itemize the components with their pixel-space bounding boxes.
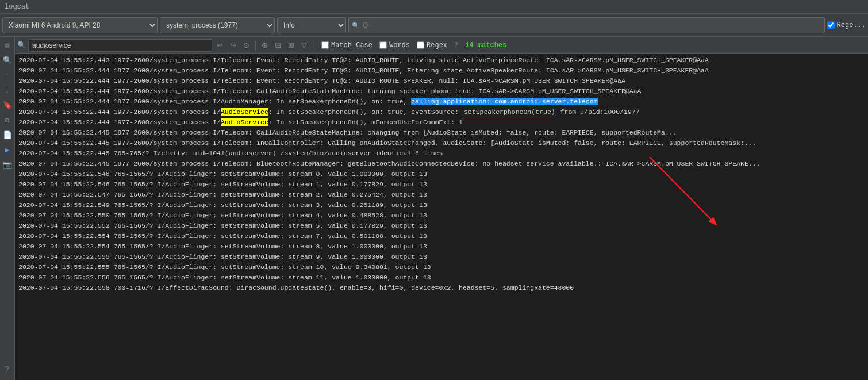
help-button[interactable]: ? xyxy=(454,41,458,49)
log-line: 2020-07-04 15:55:22.555 765-1565/? I/Aud… xyxy=(17,252,866,262)
regex-label: Regex xyxy=(427,41,447,49)
words-label: Words xyxy=(389,41,410,49)
separator-1 xyxy=(255,40,256,51)
search-icon: 🔍 xyxy=(17,41,26,49)
sidebar-icon-down[interactable]: ↓ xyxy=(1,84,14,97)
set-speakerphone-box: setSpeakerphoneOn(true) xyxy=(463,108,556,116)
match-case-option[interactable]: Match Case xyxy=(321,41,372,49)
search-icon-toolbar: 🔍 xyxy=(352,21,360,29)
regex-option[interactable]: Regex xyxy=(417,41,447,49)
log-line: 2020-07-04 15:55:22.558 700-1716/? I/Eff… xyxy=(17,283,866,293)
add-filter-button[interactable]: ⊕ xyxy=(259,39,270,52)
level-select[interactable]: Info xyxy=(277,17,346,33)
log-line: 2020-07-04 15:55:22.444 1977-2600/system… xyxy=(17,86,866,97)
audioservice-highlight-1: AudioService xyxy=(221,108,268,116)
log-line: 2020-07-04 15:55:22.556 765-1565/? I/Aud… xyxy=(17,272,866,283)
log-line: 2020-07-04 15:55:22.444 1977-2600/system… xyxy=(17,107,866,117)
left-sidebar: ▤ 🔍 ↑ ↓ 🔖 ⚙ 📄 ▶ 📷 ? xyxy=(0,37,15,380)
funnel-button[interactable]: ▽ xyxy=(299,39,309,52)
sidebar-icon-file[interactable]: 📄 xyxy=(1,129,14,141)
log-line: 2020-07-04 15:55:22.445 1977-2600/system… xyxy=(17,159,866,169)
regex-label-toolbar: Rege... xyxy=(837,21,866,29)
regex-checkbox[interactable] xyxy=(417,41,424,49)
log-line: 2020-07-04 15:55:22.443 1977-2600/system… xyxy=(17,55,866,66)
words-option[interactable]: Words xyxy=(379,41,410,49)
regex-checkbox-toolbar[interactable] xyxy=(827,21,835,29)
log-line: 2020-07-04 15:55:22.445 765-765/? I/chat… xyxy=(17,148,866,159)
search-bar: 🔍 ↩ ↪ ⊙ ⊕ ⊟ ⊠ ▽ Match Case Words Regex ?… xyxy=(15,37,868,54)
app-title: logcat xyxy=(5,3,29,11)
log-line: 2020-07-04 15:55:22.554 765-1565/? I/Aud… xyxy=(17,231,866,241)
calling-app-highlight: calling application: com.android.server.… xyxy=(411,98,597,105)
log-line: 2020-07-04 15:55:22.549 765-1565/? I/Aud… xyxy=(17,200,866,210)
toolbar: Xiaomi MI 6 Android 9, API 28 system_pro… xyxy=(0,14,868,37)
sidebar-icon-settings[interactable]: ⚙ xyxy=(1,114,14,126)
match-case-label: Match Case xyxy=(331,41,372,49)
log-line: 2020-07-04 15:55:22.444 1977-2600/system… xyxy=(17,117,866,128)
separator-2 xyxy=(313,40,313,51)
search-input[interactable] xyxy=(28,39,212,52)
sidebar-icon-up[interactable]: ↑ xyxy=(1,69,14,82)
log-line: 2020-07-04 15:55:22.546 765-1565/? I/Aud… xyxy=(17,179,866,190)
audioservice-highlight-2: AudioService xyxy=(221,118,268,126)
sidebar-icon-search[interactable]: 🔍 xyxy=(1,54,14,67)
sidebar-icon-bookmark[interactable]: 🔖 xyxy=(1,99,14,112)
log-line: 2020-07-04 15:55:22.444 1977-2600/system… xyxy=(17,76,866,86)
log-line: 2020-07-04 15:55:22.444 1977-2600/system… xyxy=(17,97,866,107)
search-options: Match Case Words Regex ? xyxy=(321,41,458,49)
log-line: 2020-07-04 15:55:22.444 1977-2600/system… xyxy=(17,66,866,76)
words-checkbox[interactable] xyxy=(379,41,387,49)
search-box-container: 🔍 xyxy=(348,17,825,33)
main-search-input[interactable] xyxy=(348,17,825,33)
log-line: 2020-07-04 15:55:22.547 765-1565/? I/Aud… xyxy=(17,190,866,200)
match-case-checkbox[interactable] xyxy=(321,41,329,49)
log-line: 2020-07-04 15:55:22.445 1977-2600/system… xyxy=(17,138,866,148)
log-line: 2020-07-04 15:55:22.552 765-1565/? I/Aud… xyxy=(17,221,866,231)
log-line: 2020-07-04 15:55:22.445 1977-2600/system… xyxy=(17,128,866,138)
log-line: 2020-07-04 15:55:22.554 765-1565/? I/Aud… xyxy=(17,241,866,252)
filter-button[interactable]: ⊟ xyxy=(272,39,283,52)
sidebar-icon-question[interactable]: ? xyxy=(1,363,14,375)
log-line: 2020-07-04 15:55:22.550 765-1565/? I/Aud… xyxy=(17,210,866,221)
next-match-button[interactable]: ↪ xyxy=(228,39,239,52)
matches-badge: 14 matches xyxy=(465,41,506,49)
process-select[interactable]: system_process (1977) xyxy=(160,17,275,33)
sidebar-icon-filter[interactable]: ▤ xyxy=(1,39,14,52)
filter-2-button[interactable]: ⊠ xyxy=(286,39,297,52)
log-line: 2020-07-04 15:55:22.555 765-1565/? I/Aud… xyxy=(17,262,866,272)
scroll-to-match-button[interactable]: ⊙ xyxy=(241,39,252,52)
device-select[interactable]: Xiaomi MI 6 Android 9, API 28 xyxy=(2,17,158,33)
title-bar: logcat xyxy=(0,0,868,14)
log-content[interactable]: 2020-07-04 15:55:22.443 1977-2600/system… xyxy=(15,54,868,380)
sidebar-icon-camera[interactable]: 📷 xyxy=(1,159,14,171)
sidebar-icon-log[interactable]: ▶ xyxy=(1,144,14,156)
log-line: 2020-07-04 15:55:22.546 765-1565/? I/Aud… xyxy=(17,169,866,179)
prev-match-button[interactable]: ↩ xyxy=(214,39,225,52)
